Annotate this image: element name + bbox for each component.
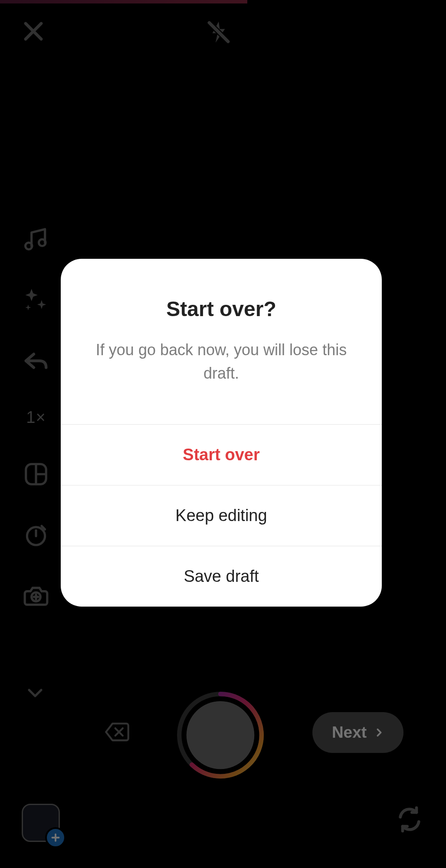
dialog-option-keep-editing[interactable]: Keep editing xyxy=(61,485,382,546)
dialog-option-start-over[interactable]: Start over xyxy=(61,424,382,485)
dialog-title: Start over? xyxy=(85,297,357,321)
dialog-body: If you go back now, you will lose this d… xyxy=(85,338,357,385)
dialog-option-save-draft[interactable]: Save draft xyxy=(61,546,382,607)
start-over-dialog: Start over? If you go back now, you will… xyxy=(61,259,382,607)
